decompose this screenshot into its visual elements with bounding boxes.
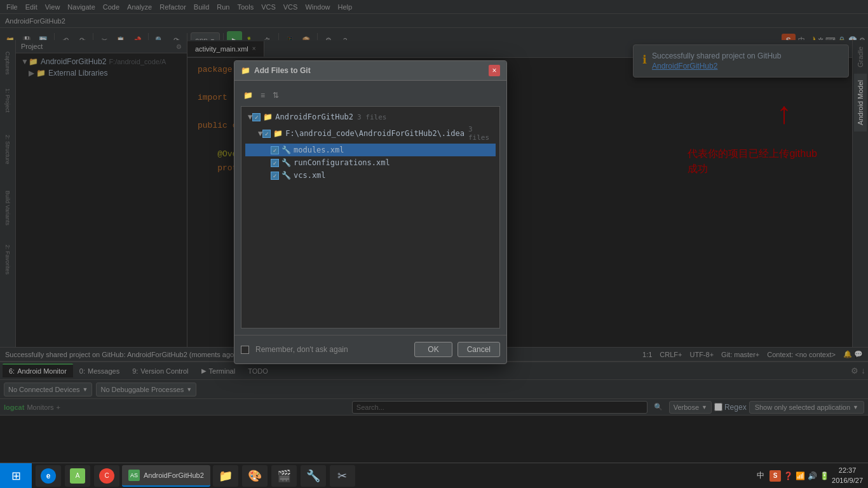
root-folder-icon: 📁: [263, 112, 273, 121]
taskbar-sogou-icon: S: [770, 470, 781, 482]
taskbar-studio-item[interactable]: AS AndroidForGitHub2: [122, 465, 210, 487]
modal-overlay: 📁 Add Files to Git × 📁 ≡ ⇅ ▼ ✓ 📁 Android…: [0, 0, 868, 488]
subfolder-expand-arrow: ▼: [258, 129, 262, 138]
studio-label: AndroidForGitHub2: [144, 471, 204, 479]
modal-title-container: 📁 Add Files to Git: [241, 66, 311, 75]
add-files-modal: 📁 Add Files to Git × 📁 ≡ ⇅ ▼ ✓ 📁 Android…: [234, 60, 507, 364]
taskbar-ie-icon[interactable]: e: [36, 465, 61, 487]
subfolder-file-count: 3 files: [468, 125, 493, 142]
start-button[interactable]: ⊞: [0, 463, 32, 489]
studio-icon: AS: [128, 470, 140, 481]
modal-expand-btn[interactable]: 📁: [241, 90, 255, 101]
subfolder-checkbox[interactable]: ✓: [262, 130, 271, 138]
taskbar-battery-icon: 🔋: [820, 471, 829, 480]
modules-checkbox[interactable]: ✓: [271, 146, 279, 154]
taskbar: ⊞ e A C AS AndroidForGitHub2 📁 🎨 🎬 🔧 ✂: [0, 463, 868, 488]
vcs-file-icon: 🔧: [281, 171, 291, 180]
ime-icon: 中: [757, 470, 764, 481]
taskbar-help-icon: ❓: [783, 471, 793, 480]
file-tree-item-runconfigs[interactable]: ✓ 🔧 runConfigurations.xml: [245, 156, 496, 169]
clock-time: 22:37: [832, 466, 863, 475]
runconfigs-label: runConfigurations.xml: [294, 158, 390, 167]
modal-collapse-btn[interactable]: ≡: [258, 90, 268, 101]
file-tree-item-vcs[interactable]: ✓ 🔧 vcs.xml: [245, 169, 496, 182]
modal-footer: Remember, don't ask again OK Cancel: [234, 335, 506, 363]
modal-footer-left: Remember, don't ask again: [241, 345, 348, 354]
root-expand-arrow: ▼: [248, 112, 252, 121]
taskbar-right: 中 S ❓ 📶 🔊 🔋 22:37 2016/9/27: [752, 466, 868, 485]
file-tree-item-modules[interactable]: ✓ 🔧 modules.xml: [245, 144, 496, 156]
modal-footer-right: OK Cancel: [414, 342, 500, 357]
root-checkbox[interactable]: ✓: [252, 113, 261, 121]
ok-button[interactable]: OK: [414, 342, 452, 357]
modal-sort-btn[interactable]: ⇅: [270, 90, 281, 101]
subfolder-path: F:\android_code\AndroidForGitHub2\.idea: [285, 129, 465, 138]
runconfigs-file-icon: 🔧: [281, 158, 291, 167]
root-name-label: AndroidForGitHub2: [275, 112, 353, 121]
taskbar-clock: 22:37 2016/9/27: [832, 466, 863, 485]
modal-title-bar: 📁 Add Files to Git ×: [234, 61, 506, 81]
taskbar-folder-icon[interactable]: 📁: [213, 465, 238, 487]
subfolder-icon: 📁: [273, 129, 283, 138]
file-tree-root[interactable]: ▼ ✓ 📁 AndroidForGitHub2 3 files: [245, 111, 496, 123]
taskbar-items: e A C AS AndroidForGitHub2 📁 🎨 🎬 🔧 ✂: [32, 465, 752, 487]
modal-toolbar: 📁 ≡ ⇅: [241, 87, 500, 104]
modal-title: Add Files to Git: [254, 66, 311, 75]
taskbar-android-icon[interactable]: A: [65, 465, 90, 487]
taskbar-chrome-icon[interactable]: C: [94, 465, 119, 487]
vcs-checkbox[interactable]: ✓: [271, 172, 279, 180]
remember-checkbox[interactable]: [241, 346, 249, 354]
vcs-label: vcs.xml: [294, 171, 326, 180]
taskbar-media-icon[interactable]: 🎬: [271, 465, 297, 487]
file-tree-subfolder[interactable]: ▼ ✓ 📁 F:\android_code\AndroidForGitHub2\…: [245, 123, 496, 144]
modules-file-icon: 🔧: [281, 146, 291, 154]
taskbar-tools-icon[interactable]: 🔧: [301, 465, 326, 487]
modal-body: 📁 ≡ ⇅ ▼ ✓ 📁 AndroidForGitHub2 3 files ▼ …: [234, 81, 506, 335]
taskbar-volume-icon: 🔊: [808, 471, 817, 480]
runconfigs-checkbox[interactable]: ✓: [271, 159, 279, 167]
modal-git-icon: 📁: [241, 66, 250, 75]
clock-date: 2016/9/27: [832, 476, 863, 485]
file-tree: ▼ ✓ 📁 AndroidForGitHub2 3 files ▼ ✓ 📁 F:…: [241, 106, 500, 329]
remember-label: Remember, don't ask again: [255, 345, 348, 354]
root-file-count: 3 files: [357, 113, 386, 121]
taskbar-network-icon: 📶: [796, 471, 805, 480]
modules-label: modules.xml: [294, 146, 344, 154]
modal-close-btn[interactable]: ×: [489, 65, 500, 76]
taskbar-scissors-icon[interactable]: ✂: [330, 465, 355, 487]
cancel-button[interactable]: Cancel: [458, 342, 500, 357]
taskbar-paint-icon[interactable]: 🎨: [242, 465, 268, 487]
